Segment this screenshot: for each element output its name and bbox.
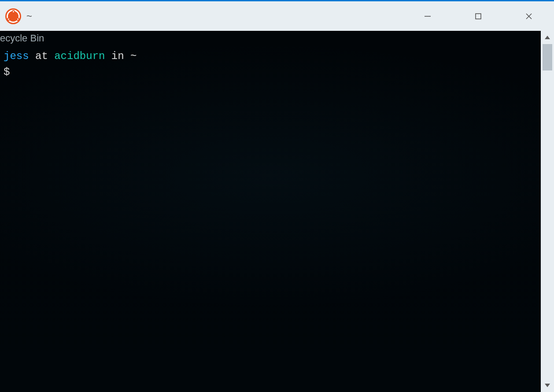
svg-marker-4 [545,36,550,39]
prompt-user: jess [4,50,29,62]
window-controls [402,1,554,31]
prompt-host: acidburn [54,50,105,62]
scroll-track[interactable] [541,44,554,379]
maximize-button[interactable] [453,1,503,31]
prompt-at: at [29,50,55,62]
prompt-symbol: $ [4,66,10,78]
scroll-thumb[interactable] [543,44,552,70]
terminal-viewport[interactable]: ecycle Bin jess at acidburn in ~ $ [0,31,541,392]
ubuntu-icon [5,8,21,24]
window-title: ~ [26,11,32,22]
scroll-up-button[interactable] [541,31,554,44]
prompt-input-line[interactable]: $ [4,64,537,80]
titlebar-left: ~ [0,8,32,24]
vertical-scrollbar[interactable] [541,31,554,392]
prompt-line: jess at acidburn in ~ [4,48,537,64]
terminal-container: ecycle Bin jess at acidburn in ~ $ [0,31,554,392]
desktop-bleed-label: ecycle Bin [0,31,44,45]
svg-marker-5 [545,384,550,387]
scroll-down-button[interactable] [541,379,554,392]
window-titlebar[interactable]: ~ [0,0,554,31]
prompt-path: ~ [130,50,137,62]
svg-rect-1 [476,14,481,19]
close-button[interactable] [503,1,554,31]
minimize-button[interactable] [402,1,453,31]
prompt-in: in [105,50,130,62]
